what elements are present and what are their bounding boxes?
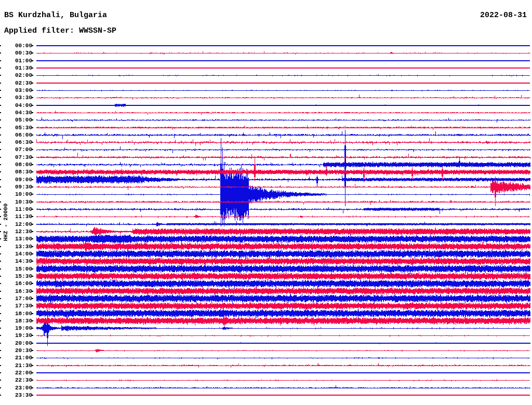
time-label: 09:00: [2, 177, 32, 183]
time-label: 04:00: [2, 102, 32, 109]
time-label: 23:00: [2, 385, 32, 391]
helicorder-page: BS Kurdzhali, Bulgaria Applied filter: W…: [0, 0, 532, 405]
time-label: 05:30: [2, 125, 32, 131]
helicorder-canvas: [0, 0, 532, 405]
time-label: 19:00: [2, 325, 32, 331]
station-title: BS Kurdzhali, Bulgaria: [4, 11, 107, 20]
time-label: 00:30: [2, 50, 32, 56]
time-label: 15:00: [2, 266, 32, 272]
applied-filter-label: Applied filter: WWSSN-SP: [4, 26, 116, 35]
time-label: 08:00: [2, 161, 32, 168]
time-label: 20:30: [2, 347, 32, 354]
time-label: 21:30: [2, 362, 32, 369]
time-label: 11:30: [2, 213, 32, 220]
time-label: 01:30: [2, 65, 32, 71]
time-label: 16:00: [2, 280, 32, 287]
time-label: 18:00: [2, 310, 32, 317]
time-label: 07:30: [2, 154, 32, 160]
time-label: 00:00: [2, 43, 32, 49]
time-label: 20:00: [2, 340, 32, 346]
time-label: 16:30: [2, 288, 32, 294]
time-label: 19:30: [2, 332, 32, 339]
time-label: 02:00: [2, 72, 32, 78]
time-label: 13:00: [2, 236, 32, 242]
time-label: 05:00: [2, 117, 32, 123]
time-label: 23:30: [2, 392, 32, 398]
time-label: 08:30: [2, 169, 32, 175]
time-label: 13:30: [2, 244, 32, 250]
time-label: 12:00: [2, 221, 32, 227]
time-label: 01:00: [2, 58, 32, 64]
time-label: 12:30: [2, 228, 32, 235]
time-label: 09:30: [2, 184, 32, 190]
time-label: 02:30: [2, 80, 32, 86]
time-label: 07:00: [2, 146, 32, 153]
time-label: 22:30: [2, 377, 32, 383]
time-label: 18:30: [2, 318, 32, 324]
date-label: 2022-08-31: [480, 11, 527, 20]
time-label: 10:30: [2, 199, 32, 205]
time-label: 04:30: [2, 110, 32, 116]
time-label: 21:00: [2, 355, 32, 361]
time-label: 17:00: [2, 295, 32, 302]
time-label: 14:30: [2, 258, 32, 264]
time-label: 03:00: [2, 87, 32, 93]
time-label: 06:00: [2, 132, 32, 138]
time-label: 22:00: [2, 370, 32, 376]
time-label: 11:00: [2, 206, 32, 212]
time-label: 10:00: [2, 191, 32, 197]
time-label: 06:30: [2, 139, 32, 145]
time-label: 14:00: [2, 251, 32, 257]
time-label: 15:30: [2, 273, 32, 279]
time-label: 17:30: [2, 303, 32, 309]
time-label: 03:30: [2, 95, 32, 101]
